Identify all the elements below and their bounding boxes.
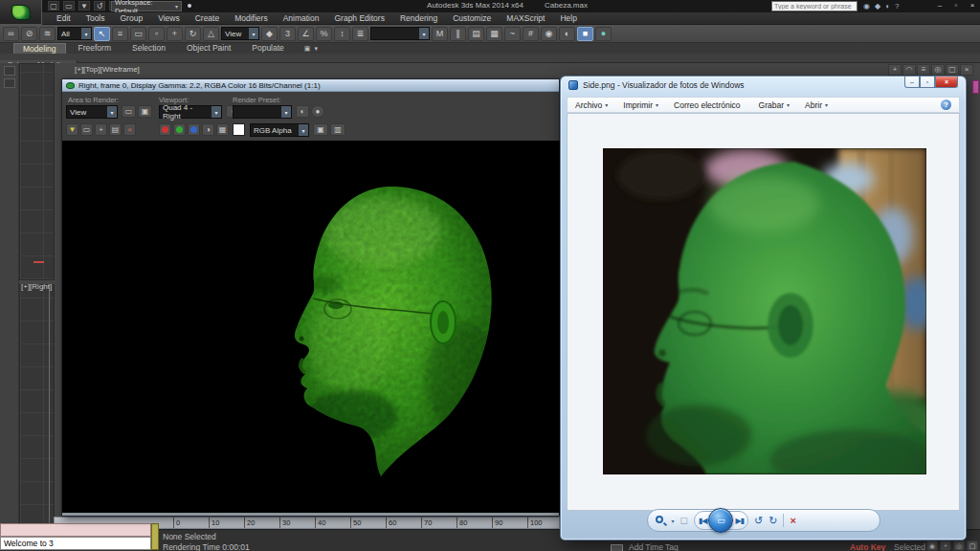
render-button[interactable]: ● bbox=[311, 105, 324, 118]
layer-manager-icon[interactable]: ▤ bbox=[468, 27, 484, 41]
left-panel-icon[interactable] bbox=[4, 78, 15, 88]
chevron-down-icon[interactable]: ▾ bbox=[314, 45, 318, 53]
viewport-dropdown[interactable]: Quad 4 - Right▾ bbox=[159, 105, 222, 119]
curve-editor-icon[interactable]: ~ bbox=[504, 27, 521, 41]
align-icon[interactable]: ∥ bbox=[450, 27, 466, 41]
maximize-button[interactable]: ▫ bbox=[920, 77, 935, 88]
orbit-tool-icon[interactable]: ◎ bbox=[953, 540, 965, 551]
minimize-button[interactable]: – bbox=[904, 77, 920, 88]
actual-size-button[interactable]: ◻ bbox=[680, 512, 688, 529]
viewport-right[interactable] bbox=[19, 284, 55, 529]
maximize-button[interactable]: ▫ bbox=[951, 0, 961, 11]
menu-item[interactable]: Create bbox=[189, 12, 227, 24]
new-scene-icon[interactable]: ▢ bbox=[48, 1, 59, 11]
max-logo-button[interactable] bbox=[0, 0, 42, 25]
ribbon-tab[interactable]: Selection bbox=[123, 43, 174, 54]
edit-region-button[interactable]: ▭ bbox=[122, 105, 136, 118]
material-editor-icon[interactable]: ◉ bbox=[541, 27, 557, 41]
slideshow-button[interactable]: ▭ bbox=[708, 508, 733, 533]
graphite-ribbon-icon[interactable]: ▦ bbox=[486, 27, 502, 41]
window-crossing-icon[interactable]: ▫ bbox=[148, 27, 165, 41]
area-to-render-dropdown[interactable]: View▾ bbox=[66, 105, 118, 119]
menu-item[interactable]: Edit bbox=[50, 12, 78, 24]
alpha-channel-button[interactable]: ▦ bbox=[216, 123, 229, 136]
toggle-ui-button[interactable]: ▥ bbox=[330, 123, 345, 136]
unlink-selection-icon[interactable]: ⊘ bbox=[21, 27, 37, 41]
green-channel-button[interactable] bbox=[173, 123, 186, 136]
select-and-rotate-icon[interactable]: ↻ bbox=[185, 27, 201, 41]
display-tab-icon[interactable]: ▢ bbox=[946, 64, 959, 76]
open-file-icon[interactable]: ▭ bbox=[63, 1, 75, 11]
snaps-toggle-icon[interactable]: 3 bbox=[279, 27, 296, 41]
menu-item[interactable]: Graph Editors bbox=[327, 12, 390, 24]
auto-region-button[interactable]: ▣ bbox=[138, 105, 152, 118]
zoom-button[interactable] bbox=[656, 516, 666, 526]
photo-viewer-titlebar[interactable]: Side.png - Visualizador de fotos de Wind… bbox=[568, 80, 745, 90]
rectangular-selection-region-icon[interactable]: ▭ bbox=[130, 27, 146, 41]
blue-channel-button[interactable] bbox=[188, 123, 200, 136]
auto-key-button[interactable]: Auto Key bbox=[850, 542, 885, 551]
close-button[interactable]: × bbox=[935, 77, 958, 88]
bind-to-space-warp-icon[interactable]: ≋ bbox=[39, 27, 56, 41]
help-icon[interactable]: ? bbox=[941, 99, 951, 110]
listener-scrollbar[interactable] bbox=[151, 523, 159, 550]
minimize-button[interactable]: – bbox=[935, 0, 945, 11]
select-and-scale-icon[interactable]: △ bbox=[203, 27, 219, 41]
ribbon-tab[interactable]: Populate bbox=[243, 43, 293, 54]
rotate-left-button[interactable]: ↺ bbox=[754, 512, 763, 529]
menu-item[interactable]: Imprimir▾ bbox=[623, 100, 658, 110]
menu-item[interactable]: Animation bbox=[277, 12, 326, 24]
menu-item[interactable]: Grabar▾ bbox=[759, 100, 790, 110]
spinner-snap-icon[interactable]: ↕ bbox=[334, 27, 350, 41]
search-input[interactable] bbox=[771, 1, 858, 11]
menu-item[interactable]: Modifiers bbox=[228, 12, 274, 24]
clone-window-button[interactable]: + bbox=[95, 123, 107, 136]
workspace-dropdown[interactable]: Workspace: Default▾ bbox=[111, 1, 182, 11]
pan-tool-icon[interactable]: + bbox=[940, 540, 951, 551]
schematic-view-icon[interactable]: # bbox=[523, 27, 539, 41]
edit-named-selection-sets-icon[interactable]: ≣ bbox=[352, 27, 368, 41]
left-panel-icon[interactable] bbox=[4, 66, 15, 76]
menu-item[interactable]: Views bbox=[151, 12, 187, 24]
create-tab-icon[interactable]: + bbox=[888, 64, 902, 76]
maxscript-macro-pane[interactable] bbox=[0, 523, 151, 537]
select-and-link-icon[interactable]: ∞ bbox=[3, 27, 19, 41]
ribbon-tab[interactable]: Freeform bbox=[70, 43, 120, 54]
background-color-swatch[interactable] bbox=[233, 123, 245, 136]
viewport-right-label[interactable]: [+][Right] bbox=[21, 282, 52, 291]
rotate-right-button[interactable]: ↻ bbox=[768, 512, 777, 529]
hierarchy-tab-icon[interactable]: ≡ bbox=[917, 64, 930, 76]
print-image-button[interactable]: ▤ bbox=[109, 123, 122, 136]
help-icon[interactable]: ? bbox=[895, 1, 899, 11]
ribbon-tab[interactable]: Modeling bbox=[13, 43, 66, 54]
menu-item[interactable]: Abrir▾ bbox=[805, 100, 828, 110]
rendered-frame-window-icon[interactable]: ■ bbox=[577, 27, 593, 41]
menu-item[interactable]: Help bbox=[553, 12, 583, 24]
render-production-icon[interactable]: ● bbox=[595, 27, 612, 41]
zoom-dropdown-arrow[interactable]: ▾ bbox=[672, 518, 675, 524]
menu-item[interactable]: Rendering bbox=[393, 12, 444, 24]
percent-snap-icon[interactable]: % bbox=[316, 27, 332, 41]
previous-button[interactable]: ▮◀ bbox=[699, 517, 707, 525]
menu-item[interactable]: Tools bbox=[79, 12, 112, 24]
select-and-move-icon[interactable]: + bbox=[167, 27, 183, 41]
menu-item[interactable]: Customize bbox=[446, 12, 498, 24]
utilities-tab-icon[interactable]: × bbox=[960, 64, 973, 76]
maxscript-listener[interactable]: Welcome to 3 bbox=[0, 537, 151, 550]
select-object-icon[interactable]: ↖ bbox=[94, 27, 110, 41]
undo-icon[interactable]: ↺ bbox=[94, 1, 105, 11]
ribbon-tab[interactable]: Object Paint bbox=[178, 43, 239, 54]
copy-image-button[interactable]: ▭ bbox=[80, 123, 93, 136]
zoom-tool-icon[interactable]: ◉ bbox=[926, 540, 938, 551]
mono-channel-button[interactable]: ◑ bbox=[202, 123, 214, 136]
channel-display-dropdown[interactable]: RGB Alpha▾ bbox=[250, 123, 309, 137]
close-button[interactable]: × bbox=[968, 0, 977, 11]
modify-tab-icon[interactable]: ◠ bbox=[902, 64, 916, 76]
menu-item[interactable]: Group bbox=[114, 12, 150, 24]
community-icon[interactable]: ◐ bbox=[885, 1, 890, 11]
next-button[interactable]: ▶▮ bbox=[735, 517, 744, 525]
angle-snap-icon[interactable]: ∠ bbox=[298, 27, 314, 41]
mirror-icon[interactable]: M bbox=[432, 27, 448, 41]
viewport-top-label[interactable]: [+][Top][Wireframe] bbox=[75, 65, 140, 74]
menu-item[interactable]: Archivo▾ bbox=[575, 100, 608, 110]
